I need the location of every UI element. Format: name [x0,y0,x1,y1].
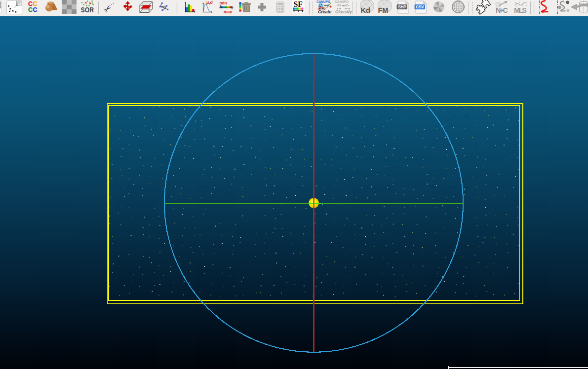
svg-text:SF: SF [294,0,303,8]
svg-text:CANUPO: CANUPO [316,0,330,3]
svg-text:FM: FM [378,6,389,14]
svg-text:CSV: CSV [416,4,424,9]
svg-text:min: min [220,0,227,5]
svg-text:C: C [28,6,33,13]
svg-text:CANUPO: CANUPO [335,0,349,3]
svg-text:SHP: SHP [398,4,406,9]
svg-text:max: max [224,9,232,14]
svg-text:Create: Create [318,9,331,14]
svg-text:SOR: SOR [81,5,94,14]
svg-text:N+C: N+C [496,6,509,14]
svg-text:C: C [33,6,38,13]
svg-text:Classify: Classify [335,9,353,14]
svg-text:MLS: MLS [514,6,527,14]
svg-text:μ,σ: μ,σ [206,0,213,5]
svg-text:Kd: Kd [361,6,370,14]
